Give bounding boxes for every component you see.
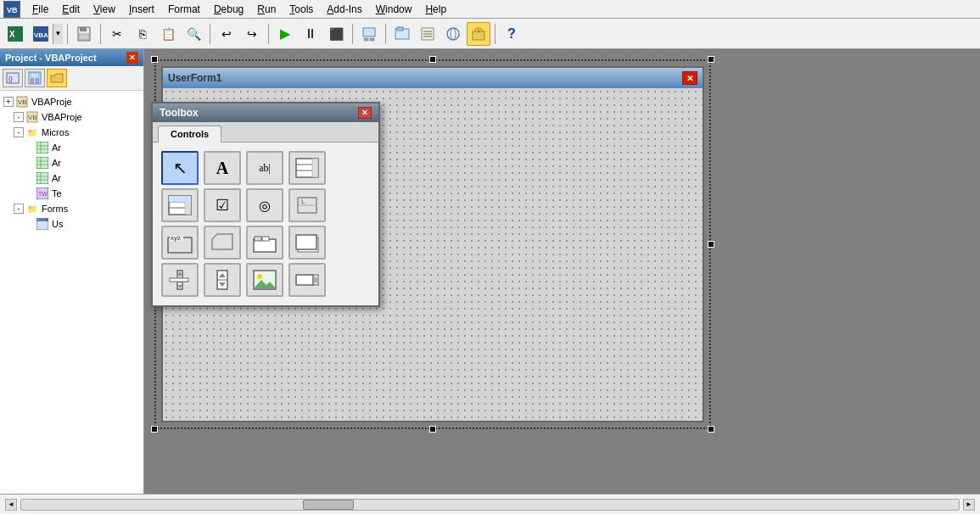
svg-rect-57 <box>169 196 191 202</box>
tool-pointer[interactable]: ↖ <box>161 151 199 185</box>
svg-text:VBA: VBA <box>34 31 48 39</box>
expand-icon[interactable]: - <box>14 204 24 214</box>
expand-icon[interactable]: + <box>3 97 14 107</box>
handle-mr[interactable] <box>708 241 714 248</box>
tool-togglebutton[interactable]: L <box>288 188 326 222</box>
project-panel: Project - VBAProject ✕ {} <box>0 49 144 494</box>
handle-tl[interactable] <box>151 56 158 63</box>
menu-insert[interactable]: Insert <box>122 2 161 17</box>
tree-node-sheet3[interactable]: Ar <box>0 170 143 186</box>
tree-node-micros[interactable]: - 📁 Micros <box>0 125 143 140</box>
toolbar-undo[interactable]: ↩ <box>215 22 238 46</box>
toolbar-find[interactable]: 🔍 <box>182 22 205 46</box>
toolbar-paste[interactable]: 📋 <box>156 22 180 46</box>
tree-node-project1[interactable]: + VB VBAProje <box>0 94 143 109</box>
menu-format[interactable]: Format <box>161 2 207 17</box>
project-panel-close[interactable]: ✕ <box>126 52 138 64</box>
handle-tr[interactable] <box>708 56 714 63</box>
tool-spinbutton[interactable] <box>204 263 241 297</box>
menu-file[interactable]: File <box>25 2 55 17</box>
tool-commandbutton[interactable] <box>204 226 241 260</box>
tool-multipage[interactable] <box>288 226 326 260</box>
expand-icon[interactable]: - <box>14 112 24 122</box>
svg-rect-32 <box>36 142 48 154</box>
svg-text:xyz: xyz <box>171 234 181 242</box>
svg-rect-10 <box>364 38 368 41</box>
menu-edit[interactable]: Edit <box>55 2 87 17</box>
toolbar-save[interactable] <box>72 22 96 46</box>
toolbar-explorer[interactable] <box>390 22 414 46</box>
tree-node-thisworkbook[interactable]: TW Te <box>0 186 143 201</box>
svg-rect-83 <box>314 277 317 282</box>
toolbar-vba-dropdown[interactable]: ▼ <box>53 24 63 44</box>
tree-node-project2[interactable]: - VB VBAProje <box>0 109 143 125</box>
toolbar-vba-icon[interactable]: VBA <box>29 22 53 46</box>
tool-label[interactable]: A <box>204 151 241 185</box>
toolbar-properties[interactable] <box>416 22 440 46</box>
tool-scrollbar[interactable] <box>161 263 199 297</box>
tool-listbox[interactable] <box>288 151 326 185</box>
toolbox-close-btn[interactable]: ✕ <box>358 107 372 119</box>
view-object-btn[interactable] <box>25 69 45 87</box>
toolbar-vba-group: VBA ▼ <box>29 22 63 46</box>
toolbar-toolbox[interactable] <box>467 22 490 46</box>
menu-view[interactable]: View <box>87 2 122 17</box>
svg-rect-40 <box>36 172 48 184</box>
tab-controls[interactable]: Controls <box>158 126 221 142</box>
tool-checkbox[interactable]: ☑ <box>204 188 241 222</box>
tree-label: Ar <box>52 142 61 153</box>
handle-bl[interactable] <box>151 426 158 433</box>
menu-bar: VB File Edit View Insert Format Debug Ru… <box>0 0 980 19</box>
folder-icon: 📁 <box>25 126 39 139</box>
toolbar-excel-icon[interactable]: X <box>3 22 27 46</box>
menu-debug[interactable]: Debug <box>207 2 250 17</box>
tree-node-sheet2[interactable]: Ar <box>0 155 143 170</box>
project-panel-toolbar: {} <box>0 66 143 91</box>
tool-textbox[interactable]: ab| <box>246 151 283 185</box>
tool-frame[interactable]: xyz <box>161 226 199 260</box>
tool-combobox[interactable] <box>161 188 199 222</box>
scrollbar-thumb[interactable] <box>303 500 354 510</box>
svg-point-19 <box>451 28 456 40</box>
tree-label: VBAProje <box>42 112 82 122</box>
handle-br[interactable] <box>708 426 714 433</box>
toolbar-redo[interactable]: ↪ <box>240 22 264 46</box>
menu-addins[interactable]: Add-Ins <box>320 2 368 17</box>
toolbox-dialog: Toolbox ✕ Controls ↖ A ab| <box>151 102 380 307</box>
tool-optionbutton[interactable]: ◎ <box>246 188 283 222</box>
scrollbar-left-arrow[interactable]: ◄ <box>5 499 17 511</box>
menu-window[interactable]: Window <box>369 2 419 17</box>
toolbar-sep-4 <box>268 24 269 44</box>
toolbar-cut[interactable]: ✂ <box>105 22 129 46</box>
scrollbar-right-arrow[interactable]: ► <box>963 499 975 511</box>
tool-tabstrip[interactable] <box>246 226 283 260</box>
menu-help[interactable]: Help <box>418 2 453 17</box>
toolbar-design[interactable] <box>357 22 381 46</box>
tree-node-sheet1[interactable]: Ar <box>0 140 143 155</box>
toolbox-titlebar: Toolbox ✕ <box>153 103 378 122</box>
tree-node-forms[interactable]: - 📁 Forms <box>0 201 143 216</box>
userform-close-btn[interactable]: ✕ <box>682 71 697 85</box>
view-code-btn[interactable]: {} <box>3 69 23 87</box>
tool-image[interactable] <box>246 263 283 297</box>
toolbar-copy[interactable]: ⎘ <box>131 22 154 46</box>
handle-tm[interactable] <box>429 56 436 63</box>
tool-refedit[interactable] <box>288 263 326 297</box>
svg-rect-36 <box>36 157 48 169</box>
toolbar-help[interactable]: ? <box>500 22 524 46</box>
svg-rect-7 <box>80 27 87 31</box>
menu-tools[interactable]: Tools <box>283 2 320 17</box>
toolbar-objectbrowser[interactable] <box>441 22 465 46</box>
expand-icon[interactable]: - <box>14 127 24 137</box>
toolbar-stop[interactable]: ⬛ <box>324 22 348 46</box>
horizontal-scrollbar[interactable] <box>20 499 960 511</box>
toolbar-run[interactable]: ▶ <box>273 22 297 46</box>
tree-label: Ar <box>52 173 61 183</box>
userform-title: UserForm1 <box>168 72 221 84</box>
handle-bm[interactable] <box>429 426 436 433</box>
toolbar-pause[interactable]: ⏸ <box>299 22 322 46</box>
toggle-folders-btn[interactable] <box>47 69 67 87</box>
svg-text:TW: TW <box>38 191 48 197</box>
menu-run[interactable]: Run <box>250 2 283 17</box>
tree-node-userform[interactable]: Us <box>0 216 143 232</box>
